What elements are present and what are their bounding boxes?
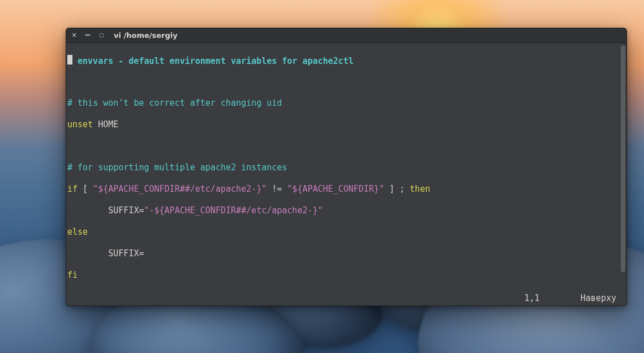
string-literal: "-${APACHE_CONFDIR##/etc/apache2-}" bbox=[144, 205, 323, 216]
keyword-fi: fi bbox=[67, 270, 78, 280]
window-title: vi /home/sergiy bbox=[114, 31, 178, 40]
code-text: HOME bbox=[93, 119, 118, 130]
editor-content[interactable]: envvars - default environment variables … bbox=[67, 44, 619, 304]
keyword-then: then bbox=[410, 184, 430, 194]
scrollbar[interactable] bbox=[621, 45, 625, 303]
code-text: SUFFIX= bbox=[67, 205, 144, 216]
code-text: SUFFIX= bbox=[67, 248, 144, 259]
maximize-icon[interactable]: ▢ bbox=[98, 32, 105, 39]
window-titlebar[interactable]: ✕ − ▢ vi /home/sergiy bbox=[66, 28, 626, 43]
string-literal: "${APACHE_CONFDIR##/etc/apache2-}" bbox=[93, 184, 267, 194]
scroll-position: Наверху bbox=[581, 293, 616, 303]
keyword-unset: unset bbox=[67, 119, 93, 130]
terminal-window[interactable]: ✕ − ▢ vi /home/sergiy envvars - default … bbox=[66, 28, 627, 306]
minimize-icon[interactable]: − bbox=[84, 31, 91, 38]
cursor-position: 1,1 bbox=[524, 293, 539, 303]
keyword-if: if bbox=[67, 184, 78, 194]
close-icon[interactable]: ✕ bbox=[71, 32, 78, 39]
cursor bbox=[67, 55, 72, 64]
comment-line: # this won't be correct after changing u… bbox=[67, 98, 282, 108]
comment-line: envvars - default environment variables … bbox=[72, 56, 354, 66]
blank-line bbox=[67, 76, 619, 87]
terminal-body[interactable]: envvars - default environment variables … bbox=[66, 43, 626, 305]
vi-status-line: 1,1 Наверху bbox=[524, 293, 616, 303]
keyword-else: else bbox=[67, 227, 88, 237]
comment-line: # for supporting multiple apache2 instan… bbox=[67, 162, 287, 173]
scrollbar-thumb[interactable] bbox=[621, 45, 625, 272]
blank-line bbox=[67, 141, 619, 152]
string-literal: "${APACHE_CONFDIR}" bbox=[287, 184, 384, 194]
